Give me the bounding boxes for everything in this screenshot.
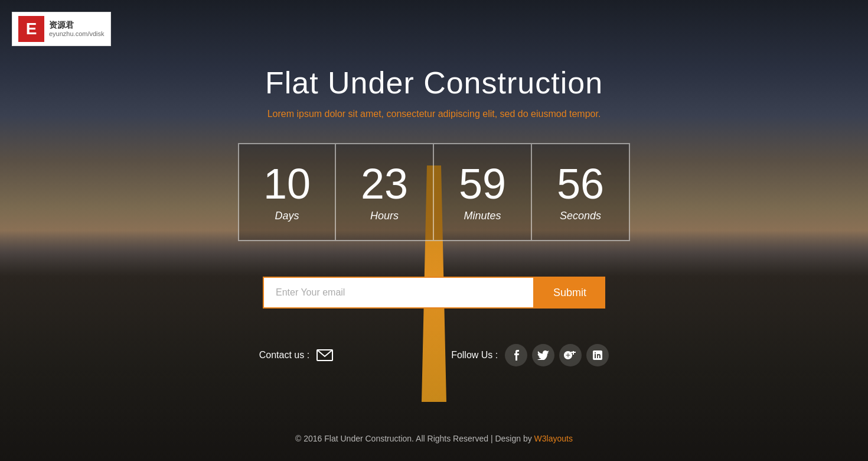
- days-value: 10: [263, 163, 311, 205]
- linkedin-icon[interactable]: [586, 344, 609, 366]
- main-content: Flat Under Construction Lorem ipsum dolo…: [0, 0, 868, 366]
- logo: E 资源君 eyunzhu.com/vdisk: [12, 12, 111, 46]
- mail-icon[interactable]: [316, 349, 333, 361]
- facebook-icon[interactable]: [505, 344, 527, 366]
- countdown-days: 10 Days: [238, 143, 336, 241]
- email-input[interactable]: [263, 277, 534, 309]
- contact-label: Contact us :: [259, 350, 309, 361]
- countdown-seconds: 56 Seconds: [532, 143, 630, 241]
- logo-letter: E: [18, 16, 44, 42]
- seconds-label: Seconds: [560, 210, 601, 222]
- countdown-minutes: 59 Minutes: [434, 143, 532, 241]
- countdown-timer: 10 Days 23 Hours 59 Minutes 56 Seconds: [238, 143, 630, 241]
- follow-label: Follow Us :: [451, 350, 498, 361]
- hours-value: 23: [361, 163, 408, 205]
- days-label: Days: [275, 210, 299, 222]
- twitter-icon[interactable]: [532, 344, 554, 366]
- page-subtitle: Lorem ipsum dolor sit amet, consectetur …: [267, 109, 601, 119]
- contact-section: Contact us :: [259, 349, 333, 361]
- logo-text: 资源君 eyunzhu.com/vdisk: [49, 20, 105, 38]
- minutes-label: Minutes: [464, 210, 501, 222]
- hours-label: Hours: [370, 210, 399, 222]
- copyright-bar: © 2016 Flat Under Construction. All Righ…: [0, 434, 868, 443]
- email-form: Submit: [263, 277, 605, 309]
- footer-links: Contact us : Follow Us :: [227, 344, 641, 366]
- seconds-value: 56: [557, 163, 604, 205]
- countdown-hours: 23 Hours: [336, 143, 434, 241]
- design-by-link[interactable]: W3layouts: [534, 434, 573, 443]
- logo-url: eyunzhu.com/vdisk: [49, 30, 105, 38]
- submit-button[interactable]: Submit: [534, 277, 605, 309]
- page-title: Flat Under Construction: [265, 65, 603, 100]
- minutes-value: 59: [459, 163, 506, 205]
- copyright-text: © 2016 Flat Under Construction. All Righ…: [295, 434, 532, 443]
- googleplus-icon[interactable]: [559, 344, 582, 366]
- logo-brand: 资源君: [49, 20, 105, 30]
- social-icons: [505, 344, 609, 366]
- social-section: Follow Us :: [451, 344, 609, 366]
